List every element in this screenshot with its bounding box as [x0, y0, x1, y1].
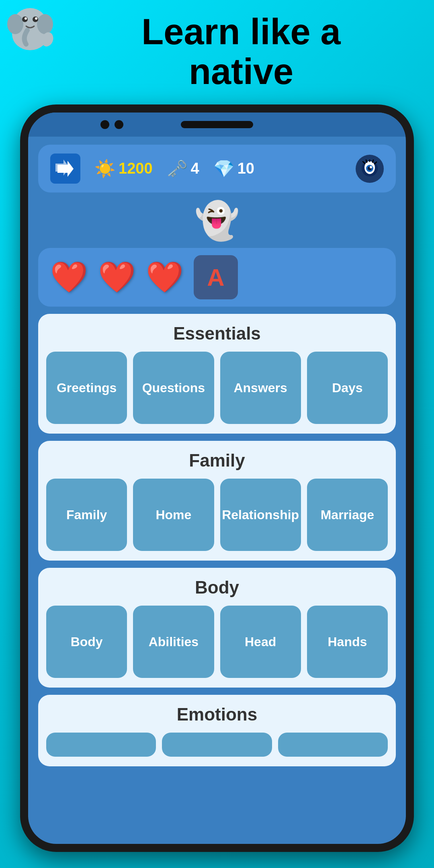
- tile-family[interactable]: Family: [46, 479, 127, 551]
- star-icon: ☀️: [94, 159, 115, 178]
- tile-abilities[interactable]: Abilities: [133, 606, 214, 678]
- hearts-bar: ❤️ ❤️ ❤️ A: [38, 248, 396, 307]
- svg-point-15: [370, 166, 372, 168]
- phone-screen: ☀️ 1200 🗝️ 4 💎 10: [28, 113, 406, 844]
- svg-point-7: [35, 17, 37, 20]
- body-title: Body: [46, 577, 388, 598]
- heart-3: ❤️: [146, 260, 184, 295]
- tile-marriage[interactable]: Marriage: [307, 479, 388, 551]
- svg-point-2: [7, 14, 23, 34]
- tile-questions[interactable]: Questions: [133, 352, 214, 424]
- stats-bar: ☀️ 1200 🗝️ 4 💎 10: [38, 145, 396, 192]
- screen-content: ☀️ 1200 🗝️ 4 💎 10: [28, 137, 406, 844]
- headline: Learn like a native: [60, 12, 422, 92]
- tile-head[interactable]: Head: [220, 606, 301, 678]
- phone-frame: ☀️ 1200 🗝️ 4 💎 10: [20, 104, 414, 852]
- speaker: [181, 121, 253, 128]
- tile-emotion-3[interactable]: [278, 733, 388, 757]
- notch-bar: [28, 113, 406, 137]
- camera-dot-left: [100, 120, 109, 129]
- svg-point-3: [37, 14, 53, 34]
- emotions-section: Emotions: [38, 695, 396, 766]
- mascot-elephant: [4, 4, 56, 56]
- tile-emotion-2[interactable]: [162, 733, 272, 757]
- keys-value: 4: [191, 160, 199, 177]
- cloud-mascot-row: 👻: [38, 200, 396, 242]
- family-grid: Family Home Relationship Marriage: [46, 479, 388, 551]
- svg-line-16: [363, 162, 365, 164]
- svg-marker-10: [55, 160, 70, 176]
- letter-tile-a[interactable]: A: [194, 255, 238, 299]
- stars-stat: ☀️ 1200: [94, 159, 153, 178]
- body-grid: Body Abilities Head Hands: [46, 606, 388, 678]
- tile-hands[interactable]: Hands: [307, 606, 388, 678]
- gems-stat: 💎 10: [213, 159, 254, 178]
- tile-greetings[interactable]: Greetings: [46, 352, 127, 424]
- gems-value: 10: [237, 160, 254, 177]
- headline-line2: native: [189, 51, 293, 92]
- heart-2: ❤️: [98, 260, 136, 295]
- keys-stat: 🗝️ 4: [167, 159, 199, 178]
- stars-value: 1200: [119, 160, 153, 177]
- emotions-grid: [46, 733, 388, 757]
- heart-1: ❤️: [50, 260, 88, 295]
- gem-icon: 💎: [213, 159, 234, 178]
- cloud-mascot-emoji: 👻: [194, 201, 240, 241]
- family-section: Family Family Home Relationship Marriage: [38, 441, 396, 561]
- profile-eye[interactable]: [356, 155, 384, 183]
- tile-body[interactable]: Body: [46, 606, 127, 678]
- key-icon: 🗝️: [167, 159, 188, 178]
- app-logo[interactable]: [50, 154, 80, 184]
- essentials-section: Essentials Greetings Questions Answers D…: [38, 314, 396, 434]
- emotions-title: Emotions: [46, 704, 388, 725]
- body-section: Body Body Abilities Head Hands: [38, 568, 396, 688]
- essentials-grid: Greetings Questions Answers Days: [46, 352, 388, 424]
- tile-answers[interactable]: Answers: [220, 352, 301, 424]
- camera-dot-right: [115, 120, 123, 129]
- tile-home[interactable]: Home: [133, 479, 214, 551]
- svg-point-6: [25, 17, 27, 20]
- tile-days[interactable]: Days: [307, 352, 388, 424]
- headline-line1: Learn like a: [141, 12, 340, 52]
- tile-relationship[interactable]: Relationship: [220, 479, 301, 551]
- tile-emotion-1[interactable]: [46, 733, 156, 757]
- essentials-title: Essentials: [46, 323, 388, 344]
- family-title: Family: [46, 450, 388, 471]
